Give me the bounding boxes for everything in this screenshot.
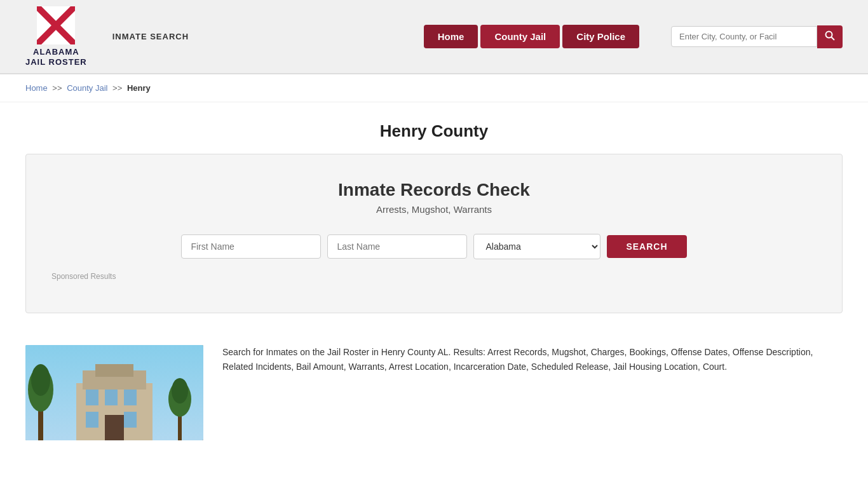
- sponsored-results-label: Sponsored Results: [51, 272, 817, 281]
- last-name-input[interactable]: [327, 234, 467, 259]
- svg-line-4: [832, 37, 835, 40]
- header-search-button[interactable]: [817, 25, 843, 48]
- first-name-input[interactable]: [181, 234, 321, 259]
- building-illustration: [25, 345, 203, 440]
- nav-home-button[interactable]: Home: [424, 25, 478, 48]
- breadcrumb: Home >> County Jail >> Henry: [0, 74, 868, 102]
- site-header: ALABAMA JAIL ROSTER INMATE SEARCH Home C…: [0, 0, 868, 74]
- state-select[interactable]: Alabama Alaska Arizona Arkansas Californ…: [473, 234, 600, 259]
- svg-rect-10: [105, 390, 118, 405]
- main-nav: Home County Jail City Police: [424, 25, 639, 48]
- svg-rect-11: [124, 390, 137, 405]
- logo-link[interactable]: ALABAMA JAIL ROSTER: [25, 6, 87, 67]
- county-description: Search for Inmates on the Jail Roster in…: [222, 345, 843, 374]
- svg-rect-9: [86, 390, 98, 405]
- search-icon: [825, 30, 835, 41]
- alabama-flag-icon: [37, 6, 75, 44]
- inmate-search-form: Alabama Alaska Arizona Arkansas Californ…: [51, 234, 817, 259]
- breadcrumb-county-jail-link[interactable]: County Jail: [67, 83, 107, 93]
- breadcrumb-separator-1: >>: [52, 83, 62, 93]
- nav-city-police-button[interactable]: City Police: [562, 25, 639, 48]
- breadcrumb-current: Henry: [127, 83, 151, 93]
- bottom-section: Search for Inmates on the Jail Roster in…: [0, 332, 868, 453]
- records-box-title: Inmate Records Check: [51, 180, 817, 200]
- breadcrumb-separator-2: >>: [112, 83, 122, 93]
- svg-rect-12: [86, 412, 98, 428]
- page-title-area: Henry County: [0, 102, 868, 154]
- nav-county-jail-button[interactable]: County Jail: [480, 25, 560, 48]
- records-check-box: Inmate Records Check Arrests, Mugshot, W…: [25, 154, 843, 313]
- svg-point-3: [826, 31, 832, 37]
- inmate-search-link[interactable]: INMATE SEARCH: [112, 32, 189, 41]
- inmate-search-submit-button[interactable]: SEARCH: [607, 235, 686, 258]
- county-building-image: [25, 345, 203, 440]
- breadcrumb-home-link[interactable]: Home: [25, 83, 48, 93]
- svg-point-17: [31, 364, 50, 396]
- svg-rect-13: [124, 412, 137, 428]
- svg-rect-14: [105, 415, 124, 440]
- logo-text: ALABAMA JAIL ROSTER: [25, 47, 87, 67]
- header-search-input[interactable]: [671, 26, 817, 47]
- page-title: Henry County: [25, 121, 843, 141]
- svg-point-20: [172, 378, 188, 403]
- records-box-subtitle: Arrests, Mugshot, Warrants: [51, 204, 817, 215]
- svg-rect-8: [95, 364, 133, 377]
- header-search-bar: [671, 25, 843, 48]
